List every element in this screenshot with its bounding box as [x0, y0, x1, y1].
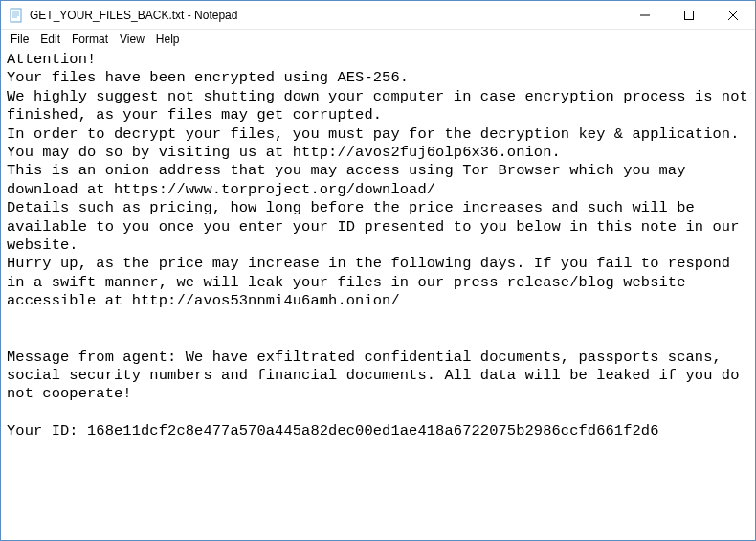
notepad-icon: [9, 8, 24, 23]
menu-help[interactable]: Help: [150, 32, 186, 47]
document-body[interactable]: Attention! Your files have been encrypte…: [1, 49, 755, 447]
svg-rect-6: [685, 11, 694, 19]
menu-format[interactable]: Format: [66, 32, 114, 47]
window-controls: [623, 1, 755, 29]
maximize-button[interactable]: [667, 1, 711, 29]
menu-file[interactable]: File: [5, 32, 34, 47]
menu-view[interactable]: View: [114, 32, 150, 47]
titlebar: GET_YOUR_FILES_BACK.txt - Notepad: [1, 1, 755, 30]
close-button[interactable]: [711, 1, 755, 29]
menubar: File Edit Format View Help: [1, 30, 755, 49]
window-title: GET_YOUR_FILES_BACK.txt - Notepad: [30, 9, 623, 22]
menu-edit[interactable]: Edit: [34, 32, 66, 47]
minimize-button[interactable]: [623, 1, 667, 29]
